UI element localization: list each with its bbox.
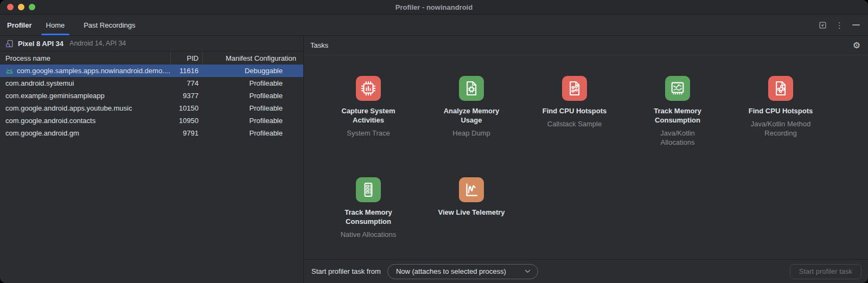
process-pid: 10150	[170, 104, 202, 112]
ram-circuit-icon	[665, 76, 690, 101]
start-point-dropdown[interactable]: Now (attaches to selected process)	[387, 264, 538, 279]
task-subtitle: System Trace	[347, 128, 390, 138]
task-card-document-callstack[interactable]: Find CPU Hotspots Callstack Sample	[523, 76, 626, 177]
process-name: com.google.samples.apps.nowinandroid.dem…	[17, 67, 170, 75]
start-task-from-label: Start profiler task from	[311, 267, 381, 275]
task-title: View Live Telemetry	[438, 208, 505, 217]
tab-home[interactable]: Home	[44, 15, 67, 35]
tab-bar: Profiler Home Past Recordings ⋮	[0, 15, 868, 36]
traffic-lights	[7, 0, 35, 14]
process-panel: Pixel 8 API 34 Android 14, API 34 Proces…	[0, 36, 304, 283]
task-grid: Capture System Activities System Trace A…	[304, 55, 868, 259]
process-pid: 11616	[170, 67, 202, 75]
process-name: com.google.android.gm	[5, 129, 79, 137]
process-table-row[interactable]: com.android.systemui 774 Profileable	[0, 77, 303, 89]
task-card-ram-stick[interactable]: Track Memory Consumption Native Allocati…	[317, 177, 420, 259]
process-pid: 774	[170, 79, 202, 87]
task-title: Find CPU Hotspots	[749, 106, 813, 115]
process-table-row[interactable]: com.example.geminisampleapp 9377 Profile…	[0, 89, 303, 102]
device-icon	[5, 40, 14, 48]
profiler-window: Profiler - nowinandroid Profiler Home Pa…	[0, 0, 868, 283]
process-pid: 10950	[170, 117, 202, 125]
process-name: com.google.android.contacts	[5, 117, 95, 125]
task-card-document-chip[interactable]: Analyze Memory Usage Heap Dump	[420, 76, 523, 177]
chevron-down-icon	[525, 269, 531, 273]
task-subtitle: Native Allocations	[341, 230, 397, 239]
settings-gear-icon[interactable]: ⚙	[853, 41, 860, 50]
task-title: Find CPU Hotspots	[542, 106, 607, 115]
cpu-activity-icon	[356, 76, 381, 101]
device-name: Pixel 8 API 34	[18, 40, 63, 48]
main-content: Pixel 8 API 34 Android 14, API 34 Proces…	[0, 36, 868, 283]
column-header-pid[interactable]: PID	[170, 52, 202, 65]
task-card-ram-circuit[interactable]: Track Memory Consumption Java/Kotlin All…	[626, 76, 729, 177]
task-card-telemetry-chart[interactable]: View Live Telemetry	[420, 177, 523, 259]
tab-past-recordings[interactable]: Past Recordings	[81, 15, 137, 35]
process-name: com.android.systemui	[5, 79, 74, 87]
process-table-row[interactable]: com.google.android.apps.youtube.music 10…	[0, 102, 303, 114]
tasks-panel: Tasks ⚙ Capture System Activities System…	[304, 36, 868, 283]
process-manifest-configuration: Profileable	[202, 117, 303, 125]
process-table-body: com.google.samples.apps.nowinandroid.dem…	[0, 65, 303, 139]
document-method-icon	[768, 76, 793, 101]
close-window-icon[interactable]	[7, 4, 14, 10]
process-manifest-configuration: Profileable	[202, 129, 303, 137]
more-options-icon[interactable]: ⋮	[835, 21, 844, 29]
task-subtitle: Heap Dump	[452, 128, 490, 138]
task-title: Track Memory Consumption	[330, 208, 407, 226]
process-pid: 9791	[170, 129, 202, 137]
android-icon	[5, 68, 14, 74]
task-subtitle: Callstack Sample	[547, 119, 602, 128]
zoom-window-icon[interactable]	[29, 4, 35, 10]
process-table-header: Process name PID Manifest Configuration	[0, 52, 303, 65]
task-title: Capture System Activities	[330, 106, 407, 125]
ram-stick-icon	[356, 177, 381, 202]
task-card-cpu-activity[interactable]: Capture System Activities System Trace	[317, 76, 420, 177]
tab-home-label: Home	[46, 21, 65, 29]
task-title: Analyze Memory Usage	[433, 106, 510, 125]
process-manifest-configuration: Profileable	[202, 79, 303, 87]
document-chip-icon	[459, 76, 484, 101]
task-start-bar: Start profiler task from Now (attaches t…	[304, 259, 868, 283]
tasks-title: Tasks	[310, 41, 328, 49]
hide-tool-window-icon[interactable]	[852, 24, 860, 25]
minimize-window-icon[interactable]	[18, 4, 24, 10]
device-detail: Android 14, API 34	[69, 40, 126, 47]
tab-bar-actions: ⋮	[819, 15, 868, 35]
task-subtitle: Java/Kotlin Allocations	[644, 128, 711, 147]
telemetry-chart-icon	[459, 177, 484, 202]
tasks-header: Tasks ⚙	[304, 36, 868, 55]
process-name: com.google.android.apps.youtube.music	[5, 104, 132, 112]
task-subtitle: Java/Kotlin Method Recording	[747, 119, 814, 138]
document-callstack-icon	[562, 76, 587, 101]
task-title: Track Memory Consumption	[639, 106, 716, 125]
process-pid: 9377	[170, 92, 202, 100]
process-manifest-configuration: Profileable	[202, 92, 303, 100]
column-header-process-name[interactable]: Process name	[0, 54, 170, 62]
process-manifest-configuration: Debuggable	[202, 67, 303, 75]
tool-window-label: Profiler	[0, 15, 44, 35]
process-table-row[interactable]: com.google.samples.apps.nowinandroid.dem…	[0, 65, 303, 77]
start-point-dropdown-value: Now (attaches to selected process)	[396, 267, 525, 275]
tab-past-recordings-label: Past Recordings	[84, 21, 135, 29]
column-header-manifest-configuration[interactable]: Manifest Configuration	[202, 52, 303, 65]
window-title: Profiler - nowinandroid	[395, 3, 473, 11]
task-card-document-method[interactable]: Find CPU Hotspots Java/Kotlin Method Rec…	[729, 76, 832, 177]
start-profiler-task-button[interactable]: Start profiler task	[790, 264, 861, 279]
open-in-window-icon[interactable]	[819, 21, 827, 29]
process-manifest-configuration: Profileable	[202, 104, 303, 112]
title-bar: Profiler - nowinandroid	[0, 0, 868, 15]
process-table-row[interactable]: com.google.android.contacts 10950 Profil…	[0, 114, 303, 127]
process-name: com.example.geminisampleapp	[5, 92, 105, 100]
process-table-row[interactable]: com.google.android.gm 9791 Profileable	[0, 127, 303, 139]
device-row[interactable]: Pixel 8 API 34 Android 14, API 34	[0, 36, 303, 52]
